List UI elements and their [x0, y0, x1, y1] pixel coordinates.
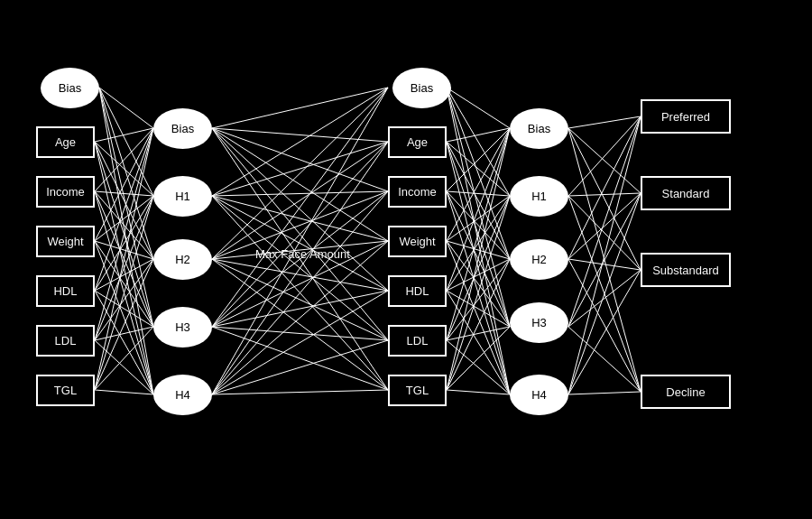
svg-line-28 [95, 327, 153, 340]
svg-line-35 [212, 88, 388, 128]
svg-line-67 [212, 291, 388, 394]
svg-line-70 [447, 88, 510, 128]
svg-line-8 [95, 142, 153, 327]
svg-line-123 [568, 270, 641, 394]
svg-line-81 [447, 191, 510, 196]
svg-line-13 [95, 191, 153, 327]
svg-line-79 [447, 142, 510, 394]
h3l2-label: H3 [531, 316, 547, 329]
svg-line-31 [95, 196, 153, 390]
svg-line-114 [568, 193, 641, 259]
svg-line-110 [568, 193, 641, 196]
svg-line-19 [95, 241, 153, 394]
diagram-container: Bias Age Income Weight HDL LDL TGL Bias … [0, 0, 812, 519]
svg-line-65 [212, 191, 388, 394]
h1l2-label: H1 [531, 190, 547, 203]
weight2-node: Weight [388, 226, 447, 257]
svg-line-48 [212, 196, 388, 390]
svg-line-78 [447, 142, 510, 327]
bias2-label: Bias [411, 81, 433, 95]
svg-line-83 [447, 191, 510, 327]
weight1-label: Weight [47, 235, 83, 248]
h1l1-label: H1 [175, 190, 190, 203]
svg-line-86 [447, 196, 510, 241]
svg-line-109 [568, 116, 641, 196]
svg-line-68 [212, 340, 388, 394]
h3l2-node: H3 [510, 302, 568, 343]
age2-label: Age [407, 135, 428, 149]
svg-line-99 [447, 340, 510, 394]
biasl2-node: Bias [510, 108, 568, 149]
tgl2-node: TGL [388, 375, 447, 406]
svg-line-120 [568, 327, 641, 392]
h4l1-node: H4 [153, 375, 212, 415]
svg-line-44 [212, 191, 388, 196]
svg-line-96 [447, 196, 510, 340]
income2-node: Income [388, 176, 447, 208]
svg-line-104 [447, 390, 510, 394]
svg-line-97 [447, 259, 510, 340]
bias1-node: Bias [41, 68, 99, 108]
h2l2-node: H2 [510, 239, 568, 280]
age2-node: Age [388, 126, 447, 158]
ldl2-node: LDL [388, 325, 447, 357]
svg-line-112 [568, 196, 641, 392]
svg-line-91 [447, 196, 510, 291]
svg-line-20 [95, 128, 153, 291]
svg-line-90 [447, 128, 510, 291]
svg-line-103 [447, 327, 510, 390]
svg-line-88 [447, 241, 510, 327]
svg-line-106 [568, 128, 641, 193]
substandard-node: Substandard [641, 253, 731, 287]
ldl1-node: LDL [36, 325, 95, 357]
svg-line-36 [212, 128, 388, 142]
weight1-node: Weight [36, 226, 95, 257]
svg-line-105 [568, 116, 641, 128]
biasl1-label: Bias [171, 122, 194, 135]
svg-line-84 [447, 191, 510, 394]
hdl2-node: HDL [388, 275, 447, 307]
svg-line-118 [568, 193, 641, 327]
svg-line-119 [568, 270, 641, 327]
biasl1-node: Bias [153, 108, 212, 149]
tgl1-node: TGL [36, 375, 95, 406]
svg-line-60 [212, 291, 388, 327]
svg-line-11 [95, 191, 153, 196]
svg-line-6 [95, 142, 153, 196]
income2-label: Income [398, 185, 437, 199]
svg-line-37 [212, 128, 388, 191]
svg-line-42 [212, 88, 388, 196]
svg-line-25 [95, 128, 153, 340]
svg-line-3 [99, 88, 153, 327]
svg-line-15 [95, 128, 153, 241]
svg-line-30 [95, 128, 153, 390]
svg-line-1 [99, 88, 153, 196]
svg-line-0 [99, 88, 153, 128]
hdl2-label: HDL [405, 284, 429, 298]
tgl2-label: TGL [406, 384, 429, 397]
ldl2-label: LDL [407, 334, 429, 348]
svg-line-69 [212, 390, 388, 394]
h2l1-label: H2 [175, 253, 190, 266]
svg-line-92 [447, 259, 510, 291]
substandard-label: Substandard [652, 264, 719, 277]
svg-line-74 [447, 88, 510, 394]
h1l1-node: H1 [153, 176, 212, 217]
svg-line-101 [447, 196, 510, 390]
h2l1-node: H2 [153, 239, 212, 280]
svg-line-43 [212, 142, 388, 196]
svg-line-77 [447, 142, 510, 259]
age1-label: Age [55, 135, 76, 149]
hdl1-label: HDL [53, 284, 77, 298]
svg-line-62 [212, 327, 388, 390]
svg-line-32 [95, 259, 153, 390]
svg-line-89 [447, 241, 510, 394]
svg-line-93 [447, 291, 510, 327]
svg-line-2 [99, 88, 153, 259]
svg-line-80 [447, 128, 510, 191]
svg-line-82 [447, 191, 510, 259]
svg-line-115 [568, 259, 641, 270]
svg-line-14 [95, 191, 153, 394]
svg-line-9 [95, 142, 153, 394]
h1l2-node: H1 [510, 176, 568, 217]
